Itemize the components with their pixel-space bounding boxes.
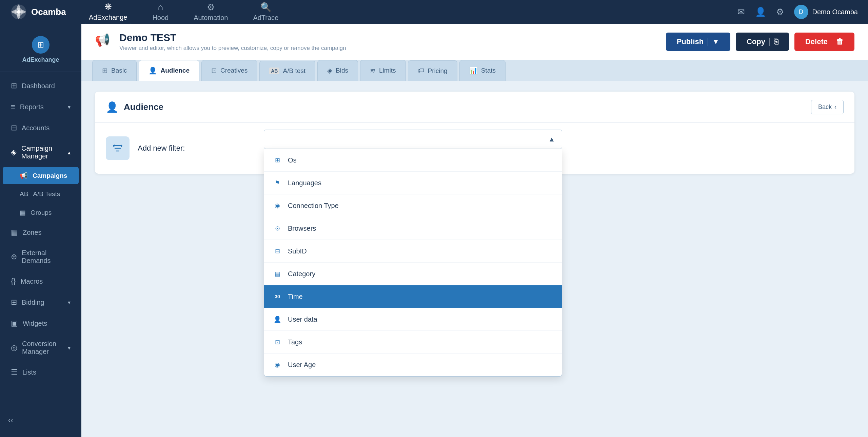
tab-audience[interactable]: 👤 Audience (139, 60, 199, 81)
dropdown-item-label-languages: Languages (288, 179, 321, 187)
adtrace-icon: 🔍 (260, 2, 271, 13)
dropdown-item-connection-type[interactable]: ◉ Connection Type (264, 194, 562, 217)
sidebar-item-bidding[interactable]: ⊞ Bidding ▾ (3, 292, 79, 312)
nav-item-automation[interactable]: ⚙ Automation (190, 0, 232, 24)
nav-label-adexchange: AdExchange (89, 14, 127, 21)
audience-panel-header: 👤 Audience Back ‹ (95, 92, 854, 123)
bids-tab-icon: ◈ (327, 66, 332, 75)
tab-pricing[interactable]: 🏷 Pricing (408, 60, 457, 81)
filter-icon-box (106, 136, 130, 160)
dropdown-trigger[interactable]: ▲ (264, 130, 562, 149)
tab-stats[interactable]: 📊 Stats (459, 60, 506, 81)
page-title: Demo TEST (119, 32, 346, 43)
sidebar-item-zones[interactable]: ▦ Zones (3, 223, 79, 242)
sidebar: ⊞ AdExchange ⊞ Dashboard ≡ Reports ▾ ⊟ A… (0, 24, 81, 437)
user-menu[interactable]: D Demo Ocamba (794, 5, 858, 19)
page-header-text: Demo TEST Viewer and editor, which allow… (119, 32, 346, 52)
tab-label-pricing: Pricing (428, 67, 448, 75)
sidebar-label-groups: Groups (31, 209, 52, 216)
sidebar-item-accounts[interactable]: ⊟ Accounts (3, 118, 79, 138)
publish-dropdown-icon: ▼ (712, 37, 719, 46)
conversion-manager-icon: ◎ (11, 343, 17, 352)
connection-type-icon: ◉ (272, 201, 282, 211)
tabs-bar: ⊞ Basic 👤 Audience ⊡ Creatives AB A/B te… (81, 60, 868, 81)
dropdown-item-user-data[interactable]: 👤 User data (264, 308, 562, 331)
campaign-header-icon: 📢 (95, 33, 113, 51)
mail-icon[interactable]: ✉ (737, 7, 745, 17)
sidebar-item-campaigns[interactable]: 📢 Campaigns (3, 167, 79, 184)
top-navigation: Ocamba ❋ AdExchange ⌂ Hood ⚙ Automation … (0, 0, 868, 24)
sidebar-item-widgets[interactable]: ▣ Widgets (3, 314, 79, 333)
filter-row: Add new filter: ▲ ⊞ Os ⚑ (95, 123, 854, 174)
nav-label-automation: Automation (194, 14, 228, 22)
delete-button[interactable]: Delete 🗑 (794, 33, 854, 51)
back-button[interactable]: Back ‹ (811, 100, 844, 114)
campaign-manager-chevron: ▴ (68, 149, 71, 156)
subid-icon: ⊟ (272, 246, 282, 256)
dropdown-item-browsers[interactable]: ⊙ Browsers (264, 217, 562, 240)
nav-item-adexchange[interactable]: ❋ AdExchange (85, 0, 131, 25)
sidebar-item-lists[interactable]: ☰ Lists (3, 362, 79, 382)
stats-tab-icon: 📊 (469, 66, 478, 75)
macros-icon: {} (11, 277, 16, 286)
back-label: Back (818, 103, 832, 111)
dropdown-item-label-user-data: User data (288, 316, 317, 323)
dropdown-item-user-age[interactable]: ◉ User Age (264, 354, 562, 376)
app-name: Ocamba (31, 7, 66, 17)
nav-item-hood[interactable]: ⌂ Hood (148, 0, 173, 24)
reports-icon: ≡ (11, 102, 15, 111)
tab-creatives[interactable]: ⊡ Creatives (201, 60, 257, 81)
lists-icon: ☰ (11, 368, 18, 377)
tab-label-audience: Audience (160, 67, 190, 74)
contact-icon[interactable]: 👤 (755, 7, 766, 17)
sidebar-item-dashboard[interactable]: ⊞ Dashboard (3, 76, 79, 96)
publish-button[interactable]: Publish ▼ (666, 33, 730, 51)
dropdown-item-os[interactable]: ⊞ Os (264, 149, 562, 172)
tab-ab-test[interactable]: AB A/B test (259, 61, 315, 81)
external-demands-icon: ⊕ (11, 252, 17, 261)
copy-button[interactable]: Copy ⎘ (736, 33, 789, 51)
copy-label: Copy (747, 37, 765, 46)
user-name: Demo Ocamba (812, 8, 858, 16)
bidding-chevron: ▾ (68, 299, 71, 306)
content-area: 📢 Demo TEST Viewer and editor, which all… (81, 24, 868, 437)
dropdown-item-label-os: Os (288, 156, 297, 164)
dropdown-item-label-tags: Tags (288, 338, 302, 346)
tab-label-ab-test: A/B test (283, 67, 305, 75)
sidebar-item-external-demands[interactable]: ⊕ External Demands (3, 244, 79, 270)
sidebar-item-ab-tests[interactable]: AB A/B Tests (3, 186, 79, 203)
adexchange-icon: ❋ (104, 2, 112, 12)
sidebar-label-lists: Lists (22, 368, 36, 376)
campaign-manager-icon: ◈ (11, 148, 17, 157)
sidebar-collapse-button[interactable]: ‹‹ (0, 411, 81, 430)
sidebar-item-conversion-manager[interactable]: ◎ Conversion Manager ▾ (3, 335, 79, 361)
delete-label: Delete (805, 37, 828, 46)
automation-icon: ⚙ (207, 2, 215, 13)
dropdown-item-category[interactable]: ▤ Category (264, 263, 562, 285)
sidebar-item-groups[interactable]: ▦ Groups (3, 204, 79, 221)
tab-basic[interactable]: ⊞ Basic (92, 60, 137, 81)
dropdown-item-subid[interactable]: ⊟ SubID (264, 240, 562, 263)
back-chevron-icon: ‹ (834, 103, 836, 111)
dropdown-item-languages[interactable]: ⚑ Languages (264, 172, 562, 194)
creatives-tab-icon: ⊡ (211, 66, 217, 75)
tab-bids[interactable]: ◈ Bids (317, 60, 358, 81)
sidebar-label-campaign-manager: Campaign Manager (21, 145, 63, 160)
dropdown-item-label-subid: SubID (288, 247, 307, 255)
app-logo[interactable]: Ocamba (10, 3, 71, 20)
tab-limits[interactable]: ≋ Limits (360, 60, 406, 81)
dropdown-arrow-icon: ▲ (548, 135, 555, 143)
dropdown-item-tags[interactable]: ⊡ Tags (264, 331, 562, 354)
delete-divider (832, 38, 832, 46)
nav-item-adtrace[interactable]: 🔍 AdTrace (249, 0, 282, 24)
sidebar-item-macros[interactable]: {} Macros (3, 271, 79, 291)
audience-panel: 👤 Audience Back ‹ Add new f (95, 92, 854, 174)
page-header: 📢 Demo TEST Viewer and editor, which all… (81, 24, 868, 60)
tab-label-basic: Basic (111, 67, 127, 74)
sidebar-label-conversion-manager: Conversion Manager (22, 340, 63, 356)
dropdown-item-time[interactable]: 30 Time (264, 285, 562, 308)
sidebar-item-reports[interactable]: ≡ Reports ▾ (3, 97, 79, 117)
settings-icon[interactable]: ⚙ (776, 7, 784, 17)
page-subtitle: Viewer and editor, which allows you to p… (119, 45, 346, 52)
sidebar-item-campaign-manager[interactable]: ◈ Campaign Manager ▴ (3, 139, 79, 166)
